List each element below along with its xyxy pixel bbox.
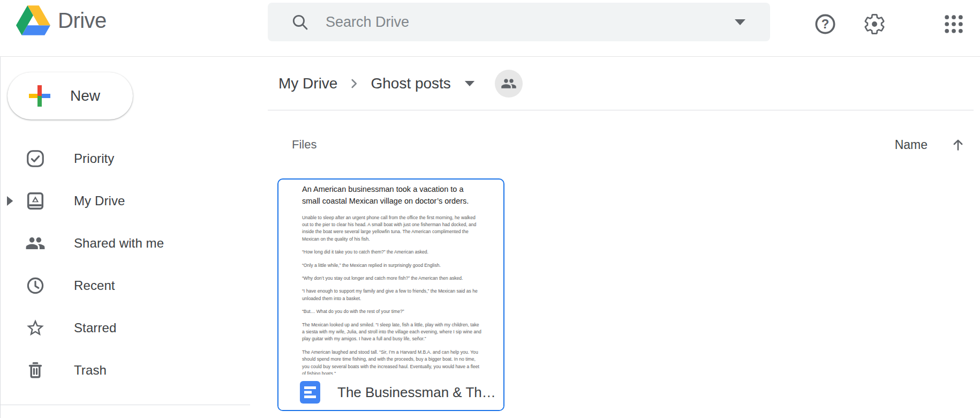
files-section-title: Files	[292, 138, 316, 152]
google-apps-button[interactable]	[941, 12, 966, 36]
breadcrumb-current-folder[interactable]: Ghost posts	[371, 75, 450, 92]
sidebar-item-my-drive[interactable]: My Drive	[1, 180, 268, 222]
doc-body: Unable to sleep after an urgent phone ca…	[302, 214, 482, 375]
sort-label: Name	[895, 138, 928, 152]
star-icon	[25, 317, 46, 339]
chevron-right-icon	[347, 77, 361, 91]
doc-heading-line: small coastal Mexican village on doctor’…	[302, 196, 482, 207]
doc-paragraph: “But… What do you do with the rest of yo…	[302, 308, 482, 315]
app-header: Drive ?	[0, 0, 980, 57]
priority-check-icon	[25, 148, 46, 169]
doc-paragraph: Unable to sleep after an urgent phone ca…	[302, 214, 482, 243]
main-content: My Drive Ghost posts Files Name An Ameri…	[268, 57, 980, 418]
search-icon[interactable]	[290, 12, 310, 32]
people-icon	[501, 76, 517, 92]
doc-paragraph: “Only a little while,” the Mexican repli…	[302, 262, 482, 269]
google-docs-icon	[300, 381, 320, 404]
drive-logo-icon	[16, 5, 50, 35]
sidebar-item-shared-with-me[interactable]: Shared with me	[1, 222, 268, 264]
search-bar	[268, 3, 770, 41]
sidebar-item-trash[interactable]: Trash	[1, 349, 268, 391]
doc-paragraph: “How long did it take you to catch them?…	[302, 249, 482, 256]
drive-logo[interactable]: Drive	[16, 4, 107, 36]
sidebar-divider	[1, 405, 250, 405]
svg-text:?: ?	[821, 17, 830, 31]
app-name: Drive	[58, 9, 107, 33]
sort-control[interactable]: Name	[895, 137, 974, 153]
sidebar-item-label: Trash	[74, 363, 107, 378]
sidebar-item-label: Starred	[74, 320, 116, 335]
files-header-row: Files Name	[268, 131, 974, 159]
help-button[interactable]: ?	[813, 12, 838, 36]
document-preview: An American businessman took a vacation …	[278, 180, 503, 375]
sidebar-item-priority[interactable]: Priority	[1, 137, 268, 180]
new-button[interactable]: New	[7, 72, 133, 120]
doc-heading: An American businessman took a vacation …	[302, 184, 482, 207]
arrow-up-icon	[950, 137, 966, 153]
settings-gear-icon	[863, 12, 886, 36]
multicolor-plus-icon	[27, 83, 52, 109]
google-apps-grid-icon	[942, 12, 966, 36]
sidebar-item-starred[interactable]: Starred	[1, 307, 268, 349]
trash-icon	[25, 360, 46, 381]
search-input[interactable]	[325, 13, 734, 31]
new-button-label: New	[70, 87, 100, 104]
clock-icon	[25, 275, 46, 296]
sidebar-item-recent[interactable]: Recent	[1, 264, 268, 307]
doc-paragraph: “I have enough to support my family and …	[302, 288, 482, 302]
sidebar-item-label: My Drive	[74, 193, 125, 208]
folder-menu-arrow-icon[interactable]	[464, 80, 476, 87]
settings-button[interactable]	[862, 12, 887, 36]
sidebar-item-label: Shared with me	[74, 236, 164, 251]
sidebar: New Priority My Drive	[0, 57, 268, 418]
breadcrumb-my-drive[interactable]: My Drive	[278, 75, 337, 92]
breadcrumb: My Drive Ghost posts	[278, 57, 523, 110]
shared-folder-badge	[495, 70, 523, 98]
file-card-footer: The Businessman & Th…	[278, 375, 503, 410]
doc-paragraph: The Mexican looked up and smiled. “I sle…	[302, 322, 482, 343]
file-card[interactable]: An American businessman took a vacation …	[277, 178, 504, 411]
doc-heading-line: An American businessman took a vacation …	[302, 184, 482, 196]
expand-arrow-icon[interactable]	[7, 196, 14, 206]
help-icon: ?	[813, 12, 837, 36]
file-title: The Businessman & Th…	[337, 384, 496, 401]
people-icon	[25, 233, 46, 254]
my-drive-icon	[25, 190, 46, 212]
breadcrumb-divider	[268, 110, 974, 110]
doc-paragraph: “Why don’t you stay out longer and catch…	[302, 275, 482, 282]
sidebar-item-label: Priority	[74, 151, 114, 166]
search-options-arrow-icon[interactable]	[734, 18, 747, 26]
doc-paragraph: The American laughed and stood tall. “Si…	[302, 349, 482, 375]
sidebar-nav: Priority My Drive Shared with me	[1, 137, 268, 391]
sidebar-item-label: Recent	[74, 278, 115, 293]
